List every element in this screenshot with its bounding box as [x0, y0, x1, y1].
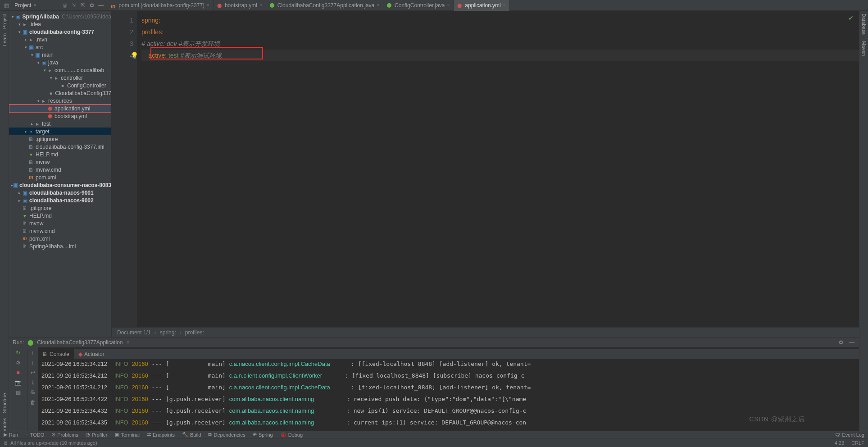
- run-side-toolbar: ↻ ⚙ ■ 📷 ▥: [9, 347, 27, 431]
- tree-node[interactable]: ▸▪target: [9, 128, 111, 135]
- settings-icon[interactable]: ✿: [88, 2, 95, 9]
- tree-node[interactable]: 🗎.gitignore: [9, 135, 111, 143]
- rerun-icon[interactable]: ↻: [14, 349, 22, 356]
- target-icon[interactable]: ◎: [61, 2, 68, 9]
- status-msg-icon: 🗎: [4, 440, 9, 446]
- tree-node[interactable]: mpom.xml: [9, 235, 111, 242]
- run-config-name[interactable]: CloudalibabaConfig3377Application: [37, 339, 123, 346]
- code-area[interactable]: spring: profiles: # active: dev #表示开发环境 …: [137, 11, 859, 327]
- tree-node[interactable]: 🗎mvnw.cmd: [9, 227, 111, 235]
- status-bar: 🗎 All files are up-to-date (10 minutes a…: [0, 438, 868, 447]
- dump-icon[interactable]: 📷: [14, 379, 22, 386]
- tree-node[interactable]: ▾▣java: [9, 59, 111, 66]
- tree-node[interactable]: ▸▣cloudalibaba-nacos-9002: [9, 196, 111, 204]
- down-icon[interactable]: ↓: [29, 359, 36, 366]
- run-attach-icon[interactable]: ⚙: [14, 359, 22, 366]
- run-settings-icon[interactable]: ✿: [837, 339, 845, 346]
- bb-problems[interactable]: ⊘ Problems: [51, 432, 78, 438]
- console-output[interactable]: 2021-09-26 16:52:34.212 INFO 20160 --- […: [38, 357, 859, 431]
- tree-node[interactable]: mpom.xml: [9, 173, 111, 181]
- tree-node[interactable]: ▸▸test: [9, 120, 111, 128]
- project-tree-panel: ▾ ▣ SpringAlibaba C:\Users\10956\Idea ▾▸…: [9, 11, 112, 337]
- project-dropdown[interactable]: Project▼: [12, 2, 40, 9]
- line-ending[interactable]: CRLF: [851, 440, 864, 446]
- expand-icon[interactable]: ⇲: [70, 2, 77, 9]
- stop-icon[interactable]: ■: [14, 369, 22, 376]
- bb-run[interactable]: ▶ Run: [4, 432, 18, 438]
- run-title: Run:: [13, 339, 24, 346]
- project-icon: ▦: [3, 2, 10, 9]
- close-icon[interactable]: ×: [377, 3, 379, 8]
- tree-node[interactable]: ▾▸resources: [9, 97, 111, 105]
- tree-node[interactable]: ▾▸controller: [9, 74, 111, 82]
- tree-node[interactable]: 🗎.gitignore: [9, 204, 111, 212]
- intention-bulb-icon[interactable]: 💡: [131, 50, 138, 61]
- tree-node[interactable]: ▸▣cloudalibaba-consumer-nacos-8083: [9, 181, 111, 189]
- tree-node[interactable]: ▸▸.mvn: [9, 36, 111, 43]
- tree-node[interactable]: ▾▸.idea: [9, 20, 111, 28]
- tree-node[interactable]: 🗎SpringAlibaba....iml: [9, 242, 111, 250]
- tree-node[interactable]: 🗎mvnw: [9, 158, 111, 166]
- tree-node[interactable]: ▾▣src: [9, 43, 111, 51]
- tree-node[interactable]: 🗎mvnw.cmd: [9, 166, 111, 173]
- wrap-icon[interactable]: ↩: [29, 369, 36, 376]
- rail-database[interactable]: Database: [861, 14, 867, 35]
- bb-todo[interactable]: ≡ TODO: [25, 432, 44, 438]
- close-icon[interactable]: ×: [207, 3, 209, 8]
- console-tab[interactable]: 🗎Console: [38, 349, 74, 359]
- hide-icon[interactable]: —: [97, 2, 105, 9]
- tree-node[interactable]: ▾▣cloudalibaba-config-3377: [9, 28, 111, 36]
- editor-tabs: mpom.xml (cloudalibaba-config-3377)×⬣boo…: [107, 0, 868, 11]
- rail-structure[interactable]: Structure: [2, 393, 7, 413]
- bb-dependencies[interactable]: ⧉ Dependencies: [208, 432, 245, 438]
- bb-profiler[interactable]: ◔ Profiler: [86, 432, 108, 438]
- rail-learn[interactable]: Learn: [2, 33, 7, 46]
- tree-node[interactable]: ▾▣main: [9, 51, 111, 59]
- up-icon[interactable]: ↑: [29, 349, 36, 356]
- tree-node[interactable]: ▾HELP.md: [9, 212, 111, 219]
- close-icon[interactable]: ×: [259, 3, 262, 8]
- status-message: All files are up-to-date (10 minutes ago…: [10, 440, 97, 446]
- editor-tab[interactable]: ⬣bootstrap.yml×: [214, 0, 266, 11]
- rail-project[interactable]: Project: [2, 14, 7, 29]
- bb-eventlog[interactable]: 🗨 Event Log: [835, 432, 864, 438]
- editor-tab[interactable]: CloudalibabaConfig3377Application.java×: [266, 0, 383, 11]
- tree-node[interactable]: ▸▣cloudalibaba-nacos-9001: [9, 189, 111, 196]
- tree-node[interactable]: ⬣application.yml: [9, 105, 111, 112]
- bb-terminal[interactable]: ▣ Terminal: [115, 432, 140, 438]
- code-editor[interactable]: ✔ 1 2 3 4 spring: profiles: # active: de…: [112, 11, 859, 337]
- editor-tab[interactable]: ConfigController.java×: [383, 0, 454, 11]
- run-tool-window: Run: ⬤ CloudalibabaConfig3377Application…: [9, 337, 859, 431]
- close-icon[interactable]: ×: [447, 3, 450, 8]
- tree-node[interactable]: ▾▸com........cloudalibab: [9, 66, 111, 74]
- tree-node[interactable]: ▾HELP.md: [9, 151, 111, 158]
- bb-endpoints[interactable]: ⇄ Endpoints: [147, 432, 175, 438]
- tree-node[interactable]: 🗎mvnw: [9, 219, 111, 227]
- rail-maven[interactable]: Maven: [861, 41, 867, 56]
- layout-icon[interactable]: ▥: [14, 389, 22, 396]
- bb-debug[interactable]: 🐞 Debug: [280, 432, 303, 438]
- caret-position[interactable]: 4:23: [835, 440, 844, 446]
- run-hide-icon[interactable]: —: [848, 339, 855, 346]
- scroll-icon[interactable]: ⤓: [29, 379, 36, 386]
- top-toolbar: ▦ Project▼ ◎ ⇲ ⇱ ✿ — mpom.xml (cloudalib…: [0, 0, 868, 11]
- tree-node[interactable]: 🗎cloudalibaba-config-3377.iml: [9, 143, 111, 151]
- tree-root[interactable]: ▾ ▣ SpringAlibaba C:\Users\10956\Idea: [9, 13, 111, 20]
- bb-spring[interactable]: ❀ Spring: [253, 432, 273, 438]
- close-icon[interactable]: ×: [503, 3, 506, 8]
- collapse-icon[interactable]: ⇱: [79, 2, 86, 9]
- watermark: CSDN @紫荆之后: [749, 415, 805, 424]
- tree-node[interactable]: ●CloudalibabaConfig337: [9, 89, 111, 97]
- left-tool-rail: Project Learn Structure Favorites: [0, 11, 9, 438]
- bottom-tool-bar: ▶ Run ≡ TODO ⊘ Problems ◔ Profiler ▣ Ter…: [0, 431, 868, 438]
- actuator-tab[interactable]: ◆Actuator: [74, 349, 109, 359]
- tree-node[interactable]: ⬣bootstrap.yml: [9, 112, 111, 120]
- run-side-toolbar-2: 🗎Console ◆Actuator ↑ ↓ ↩ ⤓ 🖶 🗑: [27, 347, 38, 431]
- clear-icon[interactable]: 🗑: [29, 399, 36, 406]
- bb-build[interactable]: 🔨 Build: [182, 432, 201, 438]
- tree-node[interactable]: ●ConfigController: [9, 82, 111, 89]
- editor-tab[interactable]: mpom.xml (cloudalibaba-config-3377)×: [107, 0, 214, 11]
- editor-breadcrumb: Document 1/1› spring:› profiles:: [112, 327, 859, 337]
- editor-tab[interactable]: ⬣application.yml×: [454, 0, 509, 11]
- print-icon[interactable]: 🖶: [29, 389, 36, 396]
